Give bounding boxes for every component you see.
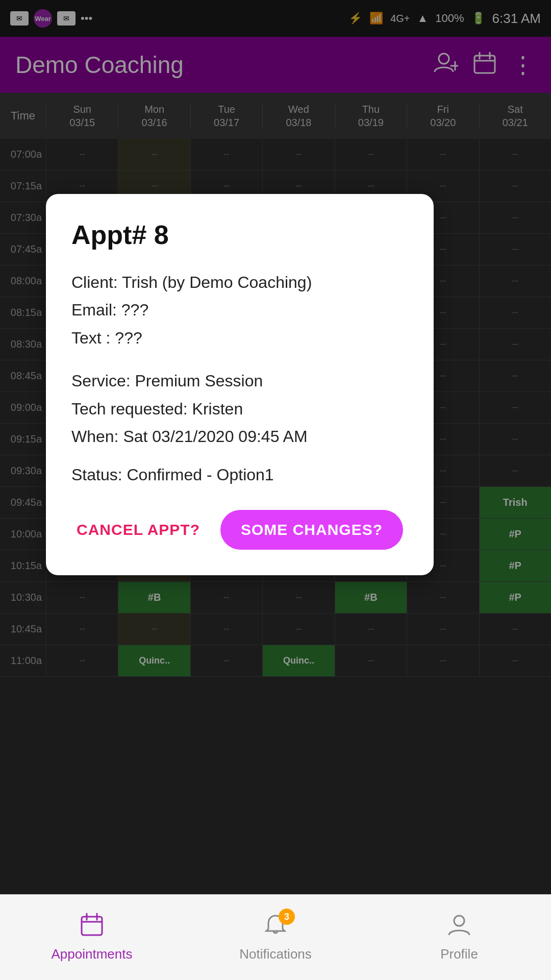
modal-service: Service: Premium Session bbox=[71, 367, 408, 395]
nav-notifications[interactable]: 3 Notifications bbox=[204, 913, 347, 962]
modal-client-info: Client: Trish (by Demo Coaching) Email: … bbox=[71, 268, 408, 352]
notification-badge: 3 bbox=[279, 909, 295, 925]
modal-service-info: Service: Premium Session Tech requested:… bbox=[71, 367, 408, 450]
notifications-icon: 3 bbox=[263, 913, 288, 942]
notifications-label: Notifications bbox=[239, 946, 312, 962]
nav-profile[interactable]: Profile bbox=[388, 913, 531, 962]
svg-point-11 bbox=[454, 916, 464, 926]
modal-status: Status: Confirmed - Option1 bbox=[71, 465, 408, 484]
modal-tech: Tech requested: Kristen bbox=[71, 395, 408, 423]
profile-label: Profile bbox=[440, 946, 478, 962]
modal-client: Client: Trish (by Demo Coaching) bbox=[71, 268, 408, 296]
nav-appointments[interactable]: Appointments bbox=[20, 913, 163, 962]
modal-title: Appt# 8 bbox=[71, 219, 408, 250]
appointments-label: Appointments bbox=[52, 946, 133, 962]
modal-email: Email: ??? bbox=[71, 296, 408, 324]
profile-icon bbox=[447, 913, 471, 942]
cancel-appt-button[interactable]: CANCEL APPT? bbox=[77, 521, 200, 538]
modal-actions: CANCEL APPT? SOME CHANGES? bbox=[71, 510, 408, 550]
some-changes-button[interactable]: SOME CHANGES? bbox=[220, 510, 403, 550]
svg-rect-7 bbox=[82, 917, 102, 935]
modal-text: Text : ??? bbox=[71, 324, 408, 352]
appointments-icon bbox=[80, 913, 104, 942]
bottom-nav: Appointments 3 Notifications Profile bbox=[0, 894, 551, 980]
modal-when: When: Sat 03/21/2020 09:45 AM bbox=[71, 423, 408, 450]
appointment-modal: Appt# 8 Client: Trish (by Demo Coaching)… bbox=[46, 194, 434, 575]
